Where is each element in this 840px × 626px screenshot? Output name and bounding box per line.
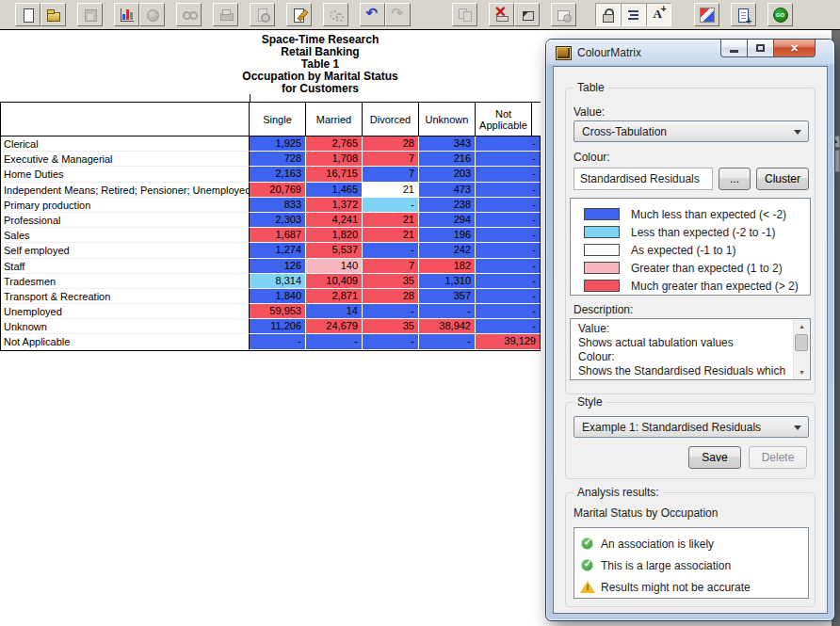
cell-not-applicable[interactable]: - — [476, 136, 541, 152]
cell-married[interactable]: 1,820 — [306, 228, 363, 243]
outline-button[interactable] — [621, 3, 646, 26]
row-label[interactable]: Independent Means; Retired; Pensioner; U… — [1, 183, 250, 198]
cell-single[interactable]: 1,274 — [250, 243, 306, 258]
cell-married[interactable]: 16,715 — [306, 167, 363, 182]
row-label[interactable]: Staff — [1, 259, 250, 274]
row-label[interactable]: Unknown — [1, 319, 250, 334]
cell-married[interactable]: 14 — [306, 304, 363, 319]
cell-not-applicable[interactable]: - — [476, 228, 541, 243]
cell-not-applicable[interactable]: - — [476, 167, 541, 182]
font-size-button[interactable] — [646, 3, 671, 26]
column-header[interactable]: Divorced — [363, 103, 419, 136]
cell-not-applicable[interactable]: - — [476, 213, 541, 228]
column-header[interactable]: Unknown — [419, 103, 476, 136]
close-button[interactable]: × — [773, 40, 816, 57]
add-report-button[interactable] — [731, 3, 756, 26]
cell-not-applicable[interactable]: - — [476, 274, 541, 289]
cell-divorced[interactable]: 28 — [363, 136, 419, 152]
cell-divorced[interactable]: - — [363, 243, 419, 258]
cell-not-applicable[interactable]: - — [476, 198, 541, 213]
row-label[interactable]: Sales — [1, 228, 250, 243]
cell-married[interactable]: 10,409 — [306, 274, 363, 289]
column-header[interactable]: Married — [306, 103, 363, 136]
cell-divorced[interactable]: 28 — [363, 289, 419, 304]
cell-married[interactable]: 1,372 — [306, 198, 363, 213]
cell-single[interactable]: 1,687 — [250, 228, 306, 243]
cell-divorced[interactable]: - — [363, 334, 419, 349]
style-combobox[interactable]: Example 1: Standardised Residuals — [573, 416, 809, 438]
scroll-up-arrow-icon[interactable]: ▲ — [794, 319, 810, 333]
cell-single[interactable]: 2,303 — [250, 213, 306, 228]
column-header[interactable]: Single — [250, 103, 306, 136]
cell-not-applicable[interactable]: - — [476, 183, 541, 198]
cell-unknown[interactable]: 343 — [419, 136, 476, 152]
delete-button[interactable]: Delete — [749, 446, 807, 469]
row-label[interactable]: Professional — [1, 213, 250, 228]
browse-button[interactable]: ... — [719, 168, 751, 190]
cell-divorced[interactable]: - — [363, 198, 419, 213]
row-label[interactable]: Not Applicable — [1, 334, 250, 349]
cell-unknown[interactable]: 242 — [419, 243, 476, 258]
lock-button[interactable] — [595, 3, 621, 26]
cell-married[interactable]: 1,708 — [306, 152, 363, 167]
row-label[interactable]: Home Duties — [1, 167, 250, 182]
minimize-button[interactable] — [720, 40, 748, 57]
cell-married[interactable]: 2,871 — [306, 289, 363, 304]
tools-button[interactable] — [323, 3, 348, 26]
cell-not-applicable[interactable]: - — [476, 259, 541, 274]
colour-input[interactable] — [573, 168, 713, 190]
open-button[interactable] — [40, 3, 66, 26]
cell-divorced[interactable]: 35 — [363, 274, 419, 289]
cell-unknown[interactable]: - — [419, 304, 476, 319]
table-sphere-button[interactable] — [551, 3, 576, 26]
row-label[interactable]: Unemployed — [1, 304, 250, 319]
cell-married[interactable]: 24,679 — [306, 319, 363, 334]
cell-not-applicable[interactable]: - — [476, 289, 541, 304]
print-button[interactable] — [213, 3, 238, 26]
chart-button[interactable] — [114, 3, 139, 26]
cell-unknown[interactable]: 196 — [419, 228, 476, 243]
row-label[interactable]: Executive & Managerial — [1, 152, 250, 167]
cell-divorced[interactable]: 7 — [363, 152, 419, 167]
description-box[interactable]: Value:Shows actual tabulation valuesColo… — [570, 318, 811, 380]
cell-unknown[interactable]: 357 — [419, 289, 476, 304]
row-label[interactable]: Primary production — [1, 198, 250, 213]
new-button[interactable] — [15, 3, 40, 26]
cluster-button[interactable]: Cluster — [756, 168, 809, 190]
cell-single[interactable]: 728 — [250, 152, 306, 167]
cell-unknown[interactable]: 473 — [419, 183, 476, 198]
cell-single[interactable]: 8,314 — [250, 274, 306, 289]
cell-unknown[interactable]: 216 — [419, 152, 476, 167]
scrollbar-thumb[interactable] — [795, 334, 808, 351]
colourmatrix-button[interactable] — [694, 3, 719, 26]
cell-married[interactable]: 1,465 — [306, 183, 363, 198]
maximize-button[interactable] — [748, 40, 773, 57]
cell-divorced[interactable]: 21 — [363, 228, 419, 243]
row-label[interactable]: Transport & Recreation — [1, 289, 250, 304]
row-label[interactable]: Tradesmen — [1, 274, 250, 289]
description-scrollbar[interactable]: ▲ ▼ — [793, 319, 810, 379]
cell-divorced[interactable]: 7 — [363, 259, 419, 274]
cell-single[interactable]: 833 — [250, 198, 306, 213]
redo-button[interactable] — [385, 3, 411, 26]
cell-single[interactable]: 2,163 — [250, 167, 306, 182]
save-button[interactable] — [77, 3, 103, 26]
cell-divorced[interactable]: 35 — [363, 319, 419, 334]
cell-not-applicable[interactable]: - — [476, 243, 541, 258]
cell-unknown[interactable]: 38,942 — [419, 319, 476, 334]
row-label[interactable]: Self employed — [1, 243, 250, 258]
copy-button[interactable] — [452, 3, 477, 26]
cell-single[interactable]: - — [250, 334, 306, 349]
cell-unknown[interactable]: 182 — [419, 259, 476, 274]
print-preview-button[interactable] — [250, 3, 275, 26]
transpose-button[interactable] — [514, 3, 540, 26]
cell-single[interactable]: 1,840 — [250, 289, 306, 304]
cell-married[interactable]: 5,537 — [306, 243, 363, 258]
cell-unknown[interactable]: 238 — [419, 198, 476, 213]
cell-divorced[interactable]: 21 — [363, 183, 419, 198]
delete-table-button[interactable] — [489, 3, 514, 26]
cell-single[interactable]: 20,769 — [250, 183, 306, 198]
column-header[interactable]: Not Applicable — [476, 103, 532, 136]
cell-married[interactable]: 4,241 — [306, 213, 363, 228]
cell-unknown[interactable]: 203 — [419, 167, 476, 182]
